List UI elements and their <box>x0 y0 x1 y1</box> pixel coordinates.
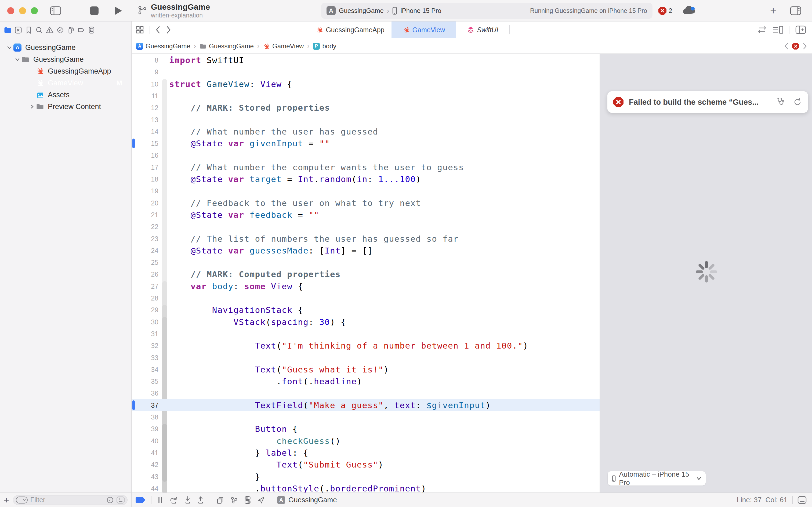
retry-build-icon[interactable] <box>793 97 802 107</box>
breadcrumb-guessinggame[interactable]: GuessingGame <box>199 43 254 50</box>
tab-swiftui[interactable]: SwiftUI <box>456 21 509 38</box>
toggle-inspector-icon[interactable] <box>790 0 801 21</box>
related-items-icon[interactable] <box>135 25 144 34</box>
code-line-44[interactable]: 44 .buttonStyle(.borderedProminent) <box>132 483 599 493</box>
go-back-icon[interactable] <box>155 25 161 34</box>
preview-device-selector[interactable]: Automatic – iPhone 15 Pro <box>607 471 706 486</box>
tab-gameview[interactable]: GameView <box>392 21 456 38</box>
code-line-37[interactable]: 37 TextField("Make a guess", text: $give… <box>132 399 599 411</box>
toggle-navigator-icon[interactable] <box>50 0 61 21</box>
scheme-selector[interactable]: A GuessingGame › iPhone 15 Pro Running G… <box>321 3 652 19</box>
code-line-40[interactable]: 40 checkGuess() <box>132 435 599 447</box>
error-count-badge[interactable]: 2 <box>658 0 672 21</box>
code-line-10[interactable]: 10struct GameView: View { <box>132 78 599 90</box>
code-line-39[interactable]: 39 Button { <box>132 423 599 435</box>
project-navigator-icon[interactable] <box>4 26 12 34</box>
pause-execution-icon[interactable] <box>157 496 163 504</box>
view-hierarchy-icon[interactable] <box>216 496 224 504</box>
diagnostics-icon[interactable] <box>776 97 786 107</box>
code-line-12[interactable]: 12 // MARK: Stored properties <box>132 102 599 114</box>
previous-issue-icon[interactable] <box>784 43 789 50</box>
traffic-light-close[interactable] <box>7 7 14 14</box>
run-button[interactable] <box>114 0 122 21</box>
go-forward-icon[interactable] <box>166 25 171 34</box>
xcode-cloud-icon[interactable] <box>682 0 696 21</box>
disclosure-open-icon[interactable] <box>6 46 13 49</box>
add-editor-icon[interactable] <box>795 25 806 34</box>
code-line-15[interactable]: 15 @State var givenInput = "" <box>132 137 599 149</box>
stop-button[interactable] <box>90 0 99 21</box>
memory-graph-icon[interactable] <box>230 496 238 504</box>
minimap-icon[interactable] <box>772 26 783 34</box>
code-line-17[interactable]: 17 // What number the computer wants the… <box>132 161 599 173</box>
code-line-14[interactable]: 14 // What number the user has guessed <box>132 126 599 137</box>
code-line-21[interactable]: 21 @State var feedback = "" <box>132 209 599 221</box>
code-line-32[interactable]: 32 Text("I'm thinking of a number betwee… <box>132 340 599 351</box>
line-col-indicator[interactable]: Line: 37 Col: 61 <box>737 496 788 504</box>
toggle-debug-area-icon[interactable] <box>798 496 807 504</box>
step-over-icon[interactable] <box>169 496 178 504</box>
code-line-11[interactable]: 11 <box>132 90 599 102</box>
adjust-editor-icon[interactable] <box>757 26 767 34</box>
code-line-20[interactable]: 20 // Feedback to the user on what to tr… <box>132 197 599 209</box>
breadcrumb-gameview[interactable]: GameView <box>263 43 304 50</box>
reports-navigator-icon[interactable] <box>88 26 96 34</box>
add-tab-button[interactable]: + <box>770 0 776 21</box>
next-issue-icon[interactable] <box>803 43 807 50</box>
sidebar-item-guessinggame[interactable]: GuessingGame <box>0 53 131 65</box>
debug-session-label[interactable]: A GuessingGame <box>277 496 337 504</box>
source-control-navigator-icon[interactable] <box>14 26 22 34</box>
code-line-22[interactable]: 22 <box>132 221 599 233</box>
code-line-38[interactable]: 38 <box>132 411 599 423</box>
scheme-app-name[interactable]: GuessingGame <box>339 7 384 14</box>
disclosure-closed-icon[interactable] <box>28 105 36 109</box>
simulate-location-icon[interactable] <box>257 496 265 504</box>
environment-overrides-icon[interactable] <box>244 496 251 504</box>
code-line-30[interactable]: 30 VStack(spacing: 30) { <box>132 316 599 328</box>
breakpoints-toggle[interactable] <box>135 497 145 503</box>
code-line-9[interactable]: 9 <box>132 66 599 78</box>
find-navigator-icon[interactable] <box>35 26 43 34</box>
code-line-28[interactable]: 28 <box>132 292 599 304</box>
code-line-23[interactable]: 23 // The list of numbers the user has g… <box>132 233 599 245</box>
code-line-36[interactable]: 36 <box>132 387 599 399</box>
traffic-light-minimize[interactable] <box>19 7 26 14</box>
sidebar-item-preview-content[interactable]: Preview Content <box>0 101 131 113</box>
code-line-31[interactable]: 31 <box>132 328 599 340</box>
add-file-button[interactable]: + <box>4 496 9 504</box>
breakpoints-navigator-icon[interactable] <box>77 26 85 34</box>
breadcrumb-guessinggame[interactable]: AGuessingGame <box>136 43 190 50</box>
tab-guessinggameapp[interactable]: GuessingGameApp <box>309 21 392 38</box>
source-control-filter-icon[interactable] <box>117 497 125 504</box>
recent-files-icon[interactable] <box>106 496 114 504</box>
tests-navigator-icon[interactable] <box>56 26 64 34</box>
code-line-8[interactable]: 8import SwiftUI <box>132 54 599 66</box>
step-into-icon[interactable] <box>184 496 191 504</box>
disclosure-open-icon[interactable] <box>14 58 21 61</box>
code-line-13[interactable]: 13 <box>132 114 599 126</box>
code-line-26[interactable]: 26 // MARK: Computed properties <box>132 268 599 280</box>
bookmarks-navigator-icon[interactable] <box>25 26 33 34</box>
debug-navigator-icon[interactable] <box>67 26 75 34</box>
issues-navigator-icon[interactable] <box>46 26 54 34</box>
code-line-43[interactable]: 43 } <box>132 471 599 483</box>
code-line-27[interactable]: 27 var body: some View { <box>132 280 599 292</box>
code-line-33[interactable]: 33 <box>132 352 599 363</box>
code-line-29[interactable]: 29 NavigationStack { <box>132 304 599 316</box>
traffic-light-zoom[interactable] <box>31 7 38 14</box>
code-line-41[interactable]: 41 } label: { <box>132 447 599 459</box>
code-line-16[interactable]: 16 <box>132 149 599 161</box>
code-line-19[interactable]: 19 <box>132 185 599 197</box>
scheme-device-name[interactable]: iPhone 15 Pro <box>400 7 441 14</box>
sidebar-item-guessinggame[interactable]: AGuessingGame <box>0 42 131 53</box>
source-editor[interactable]: 8import SwiftUI910struct GameView: View … <box>132 54 599 493</box>
code-line-35[interactable]: 35 .font(.headline) <box>132 376 599 387</box>
navigator-filter-field[interactable]: Filter <box>13 495 127 505</box>
step-out-icon[interactable] <box>197 496 204 504</box>
code-line-42[interactable]: 42 Text("Submit Guess") <box>132 459 599 470</box>
breadcrumb-body[interactable]: Pbody <box>313 43 336 50</box>
sidebar-item-assets[interactable]: Assets <box>0 89 131 101</box>
code-line-25[interactable]: 25 <box>132 257 599 268</box>
sidebar-item-guessinggameapp[interactable]: GuessingGameApp <box>0 65 131 77</box>
code-line-18[interactable]: 18 @State var target = Int.random(in: 1.… <box>132 173 599 185</box>
